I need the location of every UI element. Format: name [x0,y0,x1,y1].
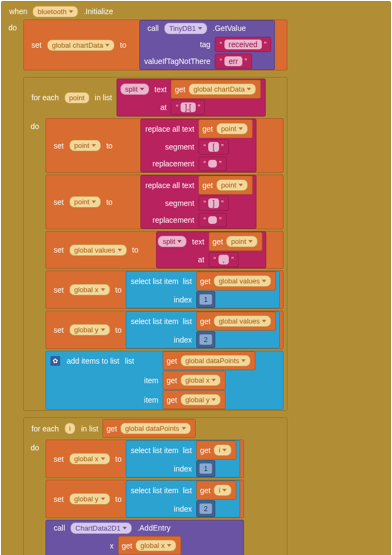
select-list-item-1[interactable]: select list item list get global values … [126,271,280,308]
event-label: .Initialize [79,4,117,19]
split-block-1[interactable]: split text get global chartData at [117,79,266,117]
chevron-down-icon [69,10,73,13]
split-dropdown[interactable]: split [120,83,149,95]
foreach-point-block[interactable]: for each point in list split text get [23,77,287,411]
replace-block-1[interactable]: replace all text get point segment “[” r… [140,119,256,172]
set-y-block-2[interactable]: set global y to select list item list ge… [46,480,244,518]
string-sep1[interactable]: “],[” [171,100,205,115]
call-tinydb-getvalue[interactable]: call TinyDB1 .GetValue tag “received” [139,20,275,70]
tinydb-dropdown[interactable]: TinyDB1 [164,23,207,34]
get-datapoints[interactable]: get global dataPoints [102,419,195,438]
gear-icon[interactable]: ✿ [50,356,60,366]
replace-block-2[interactable]: replace all text get point segment “]” r… [140,175,256,229]
do-label: do [2,19,20,555]
var-i[interactable]: i [65,423,76,434]
index-2[interactable]: 2 [199,334,213,345]
var-point[interactable]: point [65,92,89,104]
set-x-block-1[interactable]: set global x to select list item list ge… [46,270,284,309]
index-1[interactable]: 1 [199,294,213,305]
when-label: when [5,4,31,19]
set-chartdata-block[interactable]: set global chartData to call TinyDB1 .Ge… [23,20,287,70]
when-block[interactable]: when bluetooth .Initialize do set global… [1,1,391,555]
set-y-block-1[interactable]: set global y to select list item list ge… [46,311,284,349]
split-block-2[interactable]: split text get point at “,” [156,231,266,268]
var-chartdata-dropdown[interactable]: global chartData [47,40,115,51]
string-received[interactable]: “received” [215,37,271,52]
set-values-block[interactable]: set global values to split [46,231,284,269]
foreach-i-block[interactable]: for each i in list get global dataPoints… [23,417,287,555]
string-err[interactable]: “err” [215,54,252,69]
set-point-replace-rbrack[interactable]: set point to replace all text get point [46,175,284,229]
get-chartdata[interactable]: get global chartData [171,80,261,99]
chartdata2d-dropdown[interactable]: ChartData2D1 [70,522,132,534]
call-chartdata2d-addentry[interactable]: call ChartData2D1 .AddEntry x get global… [46,520,244,555]
add-items-to-list-block[interactable]: ✿ add items to list list get global data… [46,351,284,410]
component-dropdown-bluetooth[interactable]: bluetooth [33,6,78,17]
set-point-replace-lbrack[interactable]: set point to replace all text get point [46,118,284,173]
select-list-item-2[interactable]: select list item list get global values … [126,311,280,349]
set-x-block-2[interactable]: set global x to select list item list ge… [46,440,244,478]
